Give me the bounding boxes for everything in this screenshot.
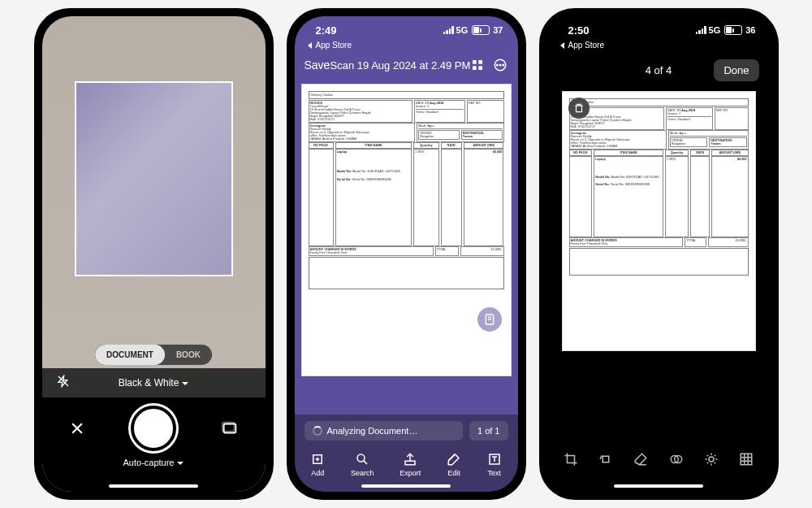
- capture-mode-toggle[interactable]: DOCUMENT BOOK: [95, 345, 212, 365]
- signal-icon: [696, 26, 706, 34]
- tool-text[interactable]: Text: [487, 452, 502, 477]
- scanned-document: Delivery Challan INVOICE Yousuf/Vinyal 1…: [562, 91, 756, 351]
- status-bar: 2:49 5G 37: [295, 16, 518, 41]
- svg-line-36: [706, 462, 708, 464]
- svg-rect-25: [603, 456, 609, 462]
- done-button[interactable]: Done: [714, 59, 758, 81]
- scan-preview[interactable]: Delivery Challan INVOICE Yousuf/Vinyal 1…: [295, 80, 518, 415]
- svg-rect-8: [479, 66, 483, 70]
- crop-icon[interactable]: [558, 446, 584, 472]
- phone-scan-analyze: 2:49 5G 37 App Store Save Scan 19 Aug 20…: [287, 8, 526, 500]
- svg-point-29: [709, 457, 714, 462]
- battery-pct: 37: [493, 25, 503, 35]
- analyzing-status: Analyzing Document…: [304, 421, 463, 441]
- scan-header: Save Scan 19 Aug 2024 at 2.49 PM: [295, 53, 518, 80]
- svg-line-35: [714, 462, 715, 464]
- rotate-icon[interactable]: [593, 446, 619, 472]
- battery-icon: [724, 25, 742, 35]
- signal-icon: [443, 26, 454, 34]
- camera-viewport: DOCUMENT BOOK Black & White: [42, 16, 266, 492]
- svg-rect-6: [479, 60, 483, 64]
- home-indicator[interactable]: [614, 484, 703, 488]
- autocapture-select[interactable]: Auto-capture: [123, 458, 184, 467]
- breadcrumb[interactable]: App Store: [547, 41, 771, 53]
- gallery-icon[interactable]: [214, 419, 246, 437]
- svg-line-20: [364, 461, 367, 464]
- svg-rect-5: [473, 60, 477, 64]
- close-icon[interactable]: [61, 420, 93, 436]
- svg-point-11: [500, 64, 502, 66]
- phone-scan-capture: DOCUMENT BOOK Black & White: [34, 8, 274, 500]
- svg-rect-21: [405, 461, 415, 465]
- battery-icon: [472, 25, 490, 35]
- grid-view-icon[interactable]: [470, 58, 485, 72]
- page-counter[interactable]: 1 of 1: [469, 421, 508, 441]
- edit-preview[interactable]: Delivery Challan INVOICE Yousuf/Vinyal 1…: [547, 88, 771, 436]
- phone-scan-edit: 2:50 5G 36 App Store 4 of 4 Done Deliver…: [539, 8, 779, 500]
- shutter-button[interactable]: [131, 406, 176, 451]
- edit-header: 4 of 4 Done: [547, 53, 771, 88]
- status-time: 2:49: [316, 24, 337, 37]
- edit-toolbar: [547, 436, 771, 492]
- network-label: 5G: [456, 25, 469, 35]
- tool-search[interactable]: Search: [351, 452, 374, 477]
- svg-point-12: [503, 64, 504, 66]
- flash-off-icon[interactable]: [57, 375, 70, 391]
- svg-rect-7: [473, 66, 477, 70]
- network-label: 5G: [709, 25, 721, 35]
- more-options-icon[interactable]: [493, 58, 508, 72]
- mode-book[interactable]: BOOK: [165, 345, 212, 365]
- spinner-icon: [313, 426, 322, 436]
- breadcrumb[interactable]: App Store: [295, 41, 518, 53]
- tool-edit[interactable]: Edit: [447, 452, 461, 477]
- grid-icon[interactable]: [733, 446, 759, 472]
- mode-document[interactable]: DOCUMENT: [95, 345, 165, 365]
- eraser-icon[interactable]: [628, 446, 654, 472]
- color-icon[interactable]: [663, 446, 689, 472]
- tool-export[interactable]: Export: [400, 452, 421, 477]
- home-indicator[interactable]: [361, 484, 451, 488]
- battery-pct: 36: [745, 25, 755, 35]
- brightness-icon[interactable]: [698, 446, 724, 472]
- annotate-fab-icon[interactable]: [477, 307, 502, 332]
- tool-add[interactable]: Add: [310, 452, 325, 477]
- delete-page-icon[interactable]: [568, 98, 590, 119]
- status-time: 2:50: [568, 24, 590, 37]
- scanned-document: Delivery Challan INVOICE Yousuf/Vinyal 1…: [301, 84, 512, 376]
- filter-select[interactable]: Black & White: [119, 377, 189, 389]
- svg-point-19: [357, 454, 365, 462]
- scan-title: Scan 19 Aug 2024 at 2.49 PM: [330, 59, 471, 72]
- home-indicator[interactable]: [109, 484, 198, 488]
- save-button[interactable]: Save: [304, 59, 330, 72]
- status-bar: 2:50 5G 36: [547, 16, 771, 41]
- svg-line-37: [714, 455, 715, 457]
- svg-rect-38: [741, 454, 752, 465]
- svg-point-10: [497, 64, 499, 66]
- svg-line-34: [706, 455, 708, 457]
- page-counter: 4 of 4: [646, 64, 672, 76]
- document-detection-frame: [75, 81, 233, 276]
